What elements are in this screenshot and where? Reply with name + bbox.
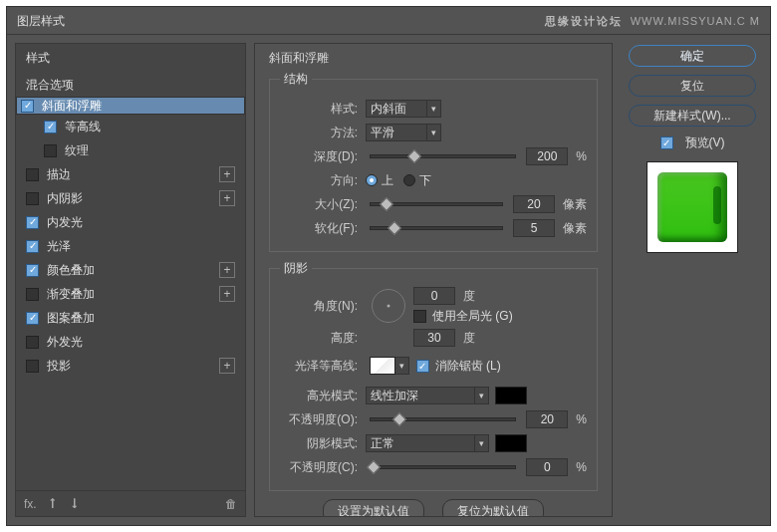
effect-row[interactable]: 外发光 [16,330,245,354]
effect-checkbox[interactable] [44,144,57,157]
effects-header: 样式 [16,44,245,73]
effect-checkbox[interactable] [26,264,39,277]
settings-panel: 斜面和浮雕 结构 样式: 内斜面▾ 方法: 平滑▾ 深度(D): 200 [254,35,621,525]
depth-input[interactable]: 200 [526,147,568,165]
blend-options-row[interactable]: 混合选项 [16,73,245,97]
highlight-color-swatch[interactable] [495,387,527,404]
chevron-down-icon[interactable]: ▾ [475,434,489,452]
depth-slider[interactable] [370,154,516,158]
direction-label: 方向: [280,172,366,189]
effects-list: 样式 混合选项 斜面和浮雕等高线纹理描边+内阴影+内发光光泽颜色叠加+渐变叠加+… [15,43,246,491]
shadow-opacity-input[interactable]: 0 [526,458,568,476]
new-style-button[interactable]: 新建样式(W)... [629,105,756,127]
effect-row[interactable]: 内发光 [16,210,245,234]
reset-default-button[interactable]: 复位为默认值 [442,499,544,517]
altitude-unit: 度 [463,330,475,347]
effects-footer: fx. 🠕 🠗 🗑 [15,491,246,517]
size-input[interactable]: 20 [513,195,555,213]
effect-checkbox[interactable] [26,288,39,301]
shadow-legend: 阴影 [280,260,312,277]
shadow-opacity-unit: % [576,460,587,474]
effect-row[interactable]: 渐变叠加+ [16,282,245,306]
style-select[interactable]: 内斜面 [366,100,427,118]
arrow-down-icon[interactable]: 🠗 [69,497,81,511]
preview-label: 预览(V) [685,134,725,151]
effect-row[interactable]: 图案叠加 [16,306,245,330]
watermark: 思缘设计论坛 WWW.MISSYUAN.C M [545,7,760,35]
shadow-opacity-slider[interactable] [370,465,516,469]
angle-dial[interactable] [372,289,405,323]
chevron-down-icon[interactable]: ▾ [427,124,441,141]
add-effect-icon[interactable]: + [219,262,235,278]
set-default-button[interactable]: 设置为默认值 [323,499,424,517]
global-light-checkbox[interactable] [413,310,426,323]
angle-label: 角度(N): [280,298,366,315]
antialias-checkbox[interactable] [416,360,429,373]
direction-up-radio[interactable] [366,174,378,186]
effect-checkbox[interactable] [26,192,39,205]
highlight-opacity-slider[interactable] [370,417,516,421]
effect-row[interactable]: 光泽 [16,234,245,258]
arrow-up-icon[interactable]: 🠕 [47,497,59,511]
effect-checkbox[interactable] [44,121,57,133]
size-unit: 像素 [563,196,587,213]
effect-label: 内阴影 [47,190,219,207]
highlight-mode-select[interactable]: 线性加深 [366,387,475,404]
soften-slider[interactable] [370,226,503,230]
effect-label: 渐变叠加 [47,286,219,303]
method-select[interactable]: 平滑 [366,124,427,141]
chevron-down-icon[interactable]: ▾ [427,100,441,118]
blend-options-label: 混合选项 [26,77,235,94]
shadow-mode-select[interactable]: 正常 [366,434,475,452]
effects-sidebar: 样式 混合选项 斜面和浮雕等高线纹理描边+内阴影+内发光光泽颜色叠加+渐变叠加+… [7,35,254,525]
effect-row[interactable]: 投影+ [16,354,245,378]
reset-button[interactable]: 复位 [629,75,756,97]
direction-down-radio[interactable] [403,174,415,186]
effect-label: 投影 [47,358,219,375]
preview-checkbox[interactable] [660,136,673,149]
angle-input[interactable]: 0 [413,287,455,305]
add-effect-icon[interactable]: + [219,166,235,182]
gloss-contour-label: 光泽等高线: [280,358,366,375]
soften-unit: 像素 [563,220,587,237]
size-slider[interactable] [370,202,503,206]
add-effect-icon[interactable]: + [219,286,235,302]
highlight-opacity-input[interactable]: 20 [526,410,568,428]
effect-label: 光泽 [47,238,235,255]
add-effect-icon[interactable]: + [219,190,235,206]
gloss-contour-swatch[interactable] [370,357,395,375]
effect-label: 内发光 [47,214,235,231]
effect-row[interactable]: 斜面和浮雕 [16,97,245,115]
style-label: 样式: [280,101,366,118]
titlebar[interactable]: 图层样式 思缘设计论坛 WWW.MISSYUAN.C M [7,7,770,35]
effect-checkbox[interactable] [21,100,34,113]
shadow-color-swatch[interactable] [495,434,527,452]
altitude-input[interactable]: 30 [413,329,455,347]
shadow-opacity-label: 不透明度(C): [280,459,366,476]
trash-icon[interactable]: 🗑 [225,497,237,511]
effect-row[interactable]: 等高线 [16,115,245,138]
global-light-label: 使用全局光 (G) [432,308,513,325]
preview-shape [657,172,727,242]
chevron-down-icon[interactable]: ▾ [475,387,489,404]
watermark-url: WWW.MISSYUAN.C M [631,15,760,27]
effect-row[interactable]: 描边+ [16,162,245,186]
highlight-opacity-unit: % [576,412,587,426]
effect-checkbox[interactable] [26,216,39,229]
effect-checkbox[interactable] [26,312,39,325]
effect-label: 纹理 [65,142,235,159]
effect-checkbox[interactable] [26,360,39,373]
effect-checkbox[interactable] [26,168,39,181]
effect-row[interactable]: 内阴影+ [16,186,245,210]
structure-legend: 结构 [280,71,312,88]
effect-checkbox[interactable] [26,336,39,349]
soften-input[interactable]: 5 [513,219,555,237]
ok-button[interactable]: 确定 [629,45,756,67]
chevron-down-icon[interactable]: ▾ [395,357,409,375]
altitude-label: 高度: [280,330,366,347]
fx-icon[interactable]: fx. [24,497,37,511]
effect-row[interactable]: 颜色叠加+ [16,258,245,282]
add-effect-icon[interactable]: + [219,358,235,374]
effect-row[interactable]: 纹理 [16,138,245,162]
effect-checkbox[interactable] [26,240,39,253]
